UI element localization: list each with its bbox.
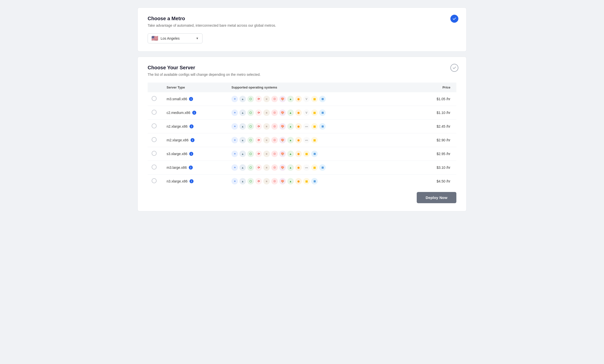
metro-flag-icon: 🇺🇸 [151, 36, 158, 41]
os-icon: ▦ [311, 109, 318, 116]
server-type-name: c2.medium.x86 [167, 111, 190, 115]
os-icon: ⬡ [247, 178, 254, 184]
os-icon: ⬡ [247, 137, 254, 143]
deploy-now-button[interactable]: Deploy Now [417, 192, 456, 203]
server-radio-button[interactable] [152, 151, 157, 156]
os-icon: vm [303, 123, 310, 130]
server-price: $2.90 /hr [413, 133, 456, 147]
server-type-name: m3.small.x86 [167, 97, 187, 101]
os-icon: ⊞ [319, 96, 326, 102]
os-icon: ☉ [271, 137, 278, 143]
server-title: Choose Your Server [148, 65, 456, 71]
col-select-header [148, 83, 163, 92]
server-price: $4.50 /hr [413, 175, 456, 188]
os-icon: ▲ [287, 164, 294, 171]
table-row[interactable]: m3.small.x86i✦▲⬡⟳≡☉🍄▲◉V▦⊞$1.05 /hr [148, 92, 456, 106]
os-icon: 🍄 [279, 164, 286, 171]
os-icon: ▦ [303, 151, 310, 157]
server-radio-button[interactable] [152, 137, 157, 142]
os-icon: 🍄 [279, 151, 286, 157]
os-icon: ▲ [239, 96, 246, 102]
server-type-name: n3.xlarge.x86 [167, 179, 188, 183]
os-icon: ☉ [271, 151, 278, 157]
os-icons-container: ✦▲⬡⟳≡☉🍄▲◉vm▦ [231, 137, 409, 143]
os-icon: ▲ [287, 96, 294, 102]
os-icon: ⊞ [311, 178, 318, 184]
os-icon: ▲ [239, 123, 246, 130]
server-check-icon [450, 64, 458, 72]
os-icon: ⟳ [255, 151, 262, 157]
table-row[interactable]: m2.xlarge.x86i✦▲⬡⟳≡☉🍄▲◉vm▦$2.90 /hr [148, 133, 456, 147]
server-radio-button[interactable] [152, 96, 157, 101]
metro-card: Choose a Metro Take advantage of automat… [137, 7, 467, 52]
os-icon: ≡ [263, 96, 270, 102]
server-info-icon[interactable]: i [189, 152, 193, 156]
os-icon: ◉ [295, 151, 302, 157]
col-price-header: Price [413, 83, 456, 92]
server-info-icon[interactable]: i [189, 97, 193, 101]
os-icon: ✦ [231, 96, 238, 102]
os-icon: ☉ [271, 178, 278, 184]
os-icon: ☉ [271, 164, 278, 171]
server-info-icon[interactable]: i [189, 166, 193, 170]
server-radio-button[interactable] [152, 123, 157, 128]
os-icon: vm [303, 164, 310, 171]
os-icon: ▲ [287, 151, 294, 157]
os-icon: ▲ [239, 164, 246, 171]
os-icon: 🍄 [279, 96, 286, 102]
os-icons-container: ✦▲⬡⟳≡☉🍄▲◉V▦⊞ [231, 96, 409, 102]
server-type-name: m3.large.x86 [167, 166, 187, 170]
os-icon: ≡ [263, 123, 270, 130]
server-price: $2.95 /hr [413, 147, 456, 161]
server-radio-button[interactable] [152, 178, 157, 183]
os-icon: ✦ [231, 109, 238, 116]
os-icon: V [303, 109, 310, 116]
os-icon: ≡ [263, 151, 270, 157]
os-icon: ▦ [311, 96, 318, 102]
os-icon: ◉ [295, 96, 302, 102]
os-icon: vm [303, 137, 310, 143]
col-server-type-header: Server Type [163, 83, 227, 92]
table-row[interactable]: m3.large.x86i✦▲⬡⟳≡☉🍄▲◉vm▦⊞$3.10 /hr [148, 161, 456, 175]
os-icon: ▦ [311, 164, 318, 171]
os-icon: ▲ [239, 178, 246, 184]
os-icon: ☉ [271, 109, 278, 116]
server-price: $1.10 /hr [413, 106, 456, 120]
os-icon: ▲ [239, 151, 246, 157]
table-row[interactable]: n2.xlarge.x86i✦▲⬡⟳≡☉🍄▲◉vm▦⊞$2.45 /hr [148, 120, 456, 133]
os-icon: ▦ [303, 178, 310, 184]
server-radio-button[interactable] [152, 110, 157, 115]
server-type-name: s3.xlarge.x86 [167, 152, 187, 156]
server-info-icon[interactable]: i [190, 124, 194, 128]
table-row[interactable]: n3.xlarge.x86i✦▲⬡⟳≡☉🍄▲◉▦⊞$4.50 /hr [148, 175, 456, 188]
metro-chevron-icon: ▼ [196, 37, 199, 40]
deploy-footer: Deploy Now [148, 188, 456, 203]
server-info-icon[interactable]: i [192, 111, 196, 115]
os-icon: ✦ [231, 164, 238, 171]
os-icon: V [303, 96, 310, 102]
os-icon: ▦ [311, 137, 318, 143]
server-info-icon[interactable]: i [190, 179, 194, 183]
os-icon: ✦ [231, 137, 238, 143]
page-wrapper: Choose a Metro Take advantage of automat… [137, 7, 467, 211]
os-icon: ◉ [295, 164, 302, 171]
os-icon: ▦ [311, 123, 318, 130]
os-icon: 🍄 [279, 123, 286, 130]
server-type-name: m2.xlarge.x86 [167, 138, 189, 142]
os-icons-container: ✦▲⬡⟳≡☉🍄▲◉▦⊞ [231, 178, 409, 184]
os-icon: ▲ [287, 109, 294, 116]
os-icon: ⟳ [255, 164, 262, 171]
server-info-icon[interactable]: i [191, 138, 195, 142]
os-icon: ◉ [295, 137, 302, 143]
server-radio-button[interactable] [152, 165, 157, 170]
server-price: $3.10 /hr [413, 161, 456, 175]
table-row[interactable]: c2.medium.x86i✦▲⬡⟳≡☉🍄▲◉V▦⊞$1.10 /hr [148, 106, 456, 120]
os-icon: 🍄 [279, 137, 286, 143]
metro-select[interactable]: 🇺🇸 Los Angeles ▼ [148, 33, 202, 43]
os-icon: ▲ [287, 137, 294, 143]
server-subtitle: The list of available configs will chang… [148, 73, 456, 77]
os-icon: ✦ [231, 123, 238, 130]
server-price: $1.05 /hr [413, 92, 456, 106]
table-row[interactable]: s3.xlarge.x86i✦▲⬡⟳≡☉🍄▲◉▦⊞$2.95 /hr [148, 147, 456, 161]
os-icon: 🍄 [279, 109, 286, 116]
